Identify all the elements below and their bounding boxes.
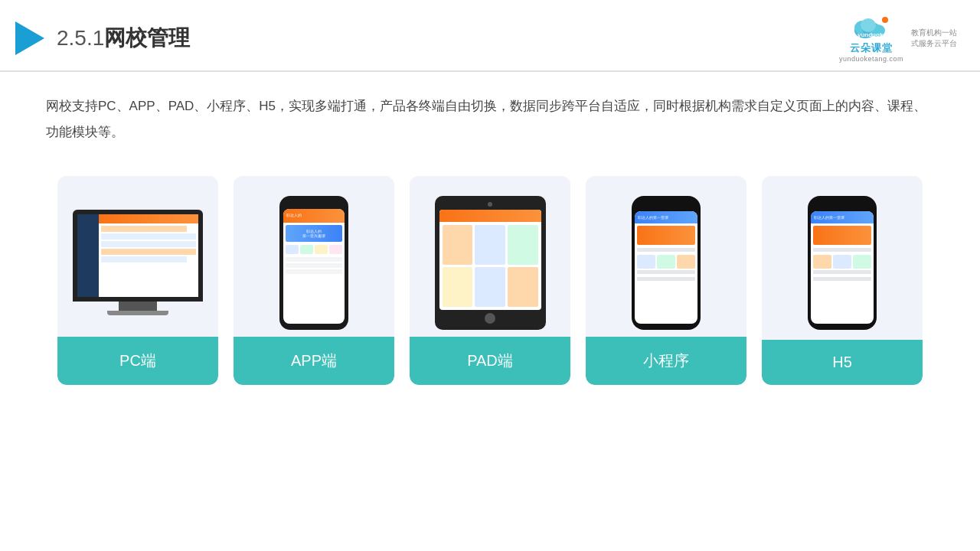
h5-card: [853, 255, 871, 269]
screen-content: [99, 223, 198, 297]
mini-card: [677, 255, 695, 269]
screen-row: [101, 241, 196, 247]
tablet-home-btn: [485, 313, 495, 324]
phone-header-text: 职达人的: [286, 214, 302, 217]
tablet-camera: [488, 202, 492, 207]
card-h5: 职达人的第一堂课 H5: [762, 176, 923, 385]
header-left: 2.5.1网校管理: [15, 21, 190, 55]
screen-row: [101, 256, 187, 262]
h5-screen-header: 职达人的第一堂课: [811, 211, 874, 223]
tablet-card: [508, 225, 538, 265]
screen-header-bar: [99, 214, 198, 223]
mini-row: [637, 270, 695, 274]
card-h5-image: 职达人的第一堂课: [762, 176, 923, 337]
mini-notch: [654, 203, 678, 207]
mini-screen-header: 职达人的第一堂课: [635, 211, 697, 223]
phone-notch: [303, 202, 325, 207]
logo-cloud: yunduoketang 云朵课堂 yunduoketang.com: [839, 14, 903, 63]
grid-item: [286, 245, 299, 254]
h5-cards: [813, 255, 871, 269]
mini-row: [637, 277, 695, 281]
svg-point-4: [861, 18, 876, 32]
h5-notch: [830, 203, 854, 207]
list-item: [286, 263, 342, 268]
cards-area: PC端 职达人的 职达人的第一堂兴趣课: [0, 153, 980, 408]
screen-row: [101, 249, 196, 255]
play-icon: [15, 21, 44, 55]
card-pc-label: PC端: [57, 337, 218, 385]
monitor-screen: [77, 214, 198, 297]
svg-text:yunduoketang: yunduoketang: [858, 31, 894, 38]
mini-cards: [637, 255, 695, 269]
tablet-card: [475, 225, 505, 265]
h5-row: [813, 277, 871, 281]
header: 2.5.1网校管理 yunduoketang 云朵课堂 yunduoketang…: [0, 0, 980, 72]
h5-row: [813, 270, 871, 274]
h5-card: [833, 255, 851, 269]
monitor-stand: [107, 311, 168, 315]
screen-row: [101, 233, 196, 240]
list-item: [286, 269, 342, 274]
screen-row: [101, 226, 187, 232]
phone-screen-header: 职达人的: [283, 209, 345, 223]
phone-screen: 职达人的 职达人的第一堂兴趣课: [283, 209, 345, 324]
grid-item: [329, 245, 342, 254]
mini-screen-content: [635, 223, 697, 285]
mini-card: [637, 255, 655, 269]
page-title: 2.5.1网校管理: [57, 24, 190, 53]
card-pc: PC端: [57, 176, 218, 385]
mini-phone-mockup: 职达人的第一堂课: [632, 196, 701, 330]
card-app-label: APP端: [234, 337, 394, 385]
h5-row: [813, 248, 871, 252]
h5-card: [813, 255, 831, 269]
phone-screen-content: 职达人的第一堂兴趣课: [283, 223, 345, 324]
logo-main-text: 云朵课堂: [850, 41, 893, 55]
card-mini-image: 职达人的第一堂课: [586, 176, 746, 337]
tablet-card: [443, 267, 473, 307]
screen-sidebar: [77, 214, 99, 297]
mini-card: [657, 255, 675, 269]
phone-banner-text: 职达人的第一堂兴趣课: [302, 229, 325, 238]
mini-notch-area: [635, 201, 697, 210]
description-text: 网校支持PC、APP、PAD、小程序、H5，实现多端打通，产品各终端自由切换，数…: [0, 72, 980, 153]
h5-screen-content: [811, 223, 874, 285]
mini-screen: 职达人的第一堂课: [635, 211, 697, 324]
tablet-mockup: [435, 196, 546, 330]
tablet-card: [508, 267, 538, 307]
screen-main: [99, 214, 198, 297]
list-item: [286, 257, 342, 262]
phone-banner: 职达人的第一堂兴趣课: [286, 225, 342, 242]
h5-banner: [813, 226, 871, 245]
pc-mockup: [73, 210, 203, 315]
monitor-base: [119, 302, 157, 311]
grid-item: [315, 245, 328, 254]
card-pad: PAD端: [410, 176, 570, 385]
tablet-screen: [439, 210, 541, 310]
card-pad-image: [410, 176, 570, 337]
logo-svg: yunduoketang: [848, 14, 894, 41]
h5-screen: 职达人的第一堂课: [811, 211, 874, 324]
card-app-image: 职达人的 职达人的第一堂兴趣课: [234, 176, 394, 337]
h5-notch-area: [811, 201, 874, 210]
tablet-screen-header: [439, 210, 541, 222]
logo-area: yunduoketang 云朵课堂 yunduoketang.com 教育机构一…: [839, 14, 957, 63]
tablet-screen-body: [439, 222, 541, 310]
card-pc-image: [57, 176, 218, 337]
phone-grid: [286, 245, 342, 254]
app-phone-mockup: 职达人的 职达人的第一堂兴趣课: [279, 196, 348, 330]
card-app: 职达人的 职达人的第一堂兴趣课: [234, 176, 394, 385]
card-pad-label: PAD端: [410, 337, 570, 385]
tablet-card: [443, 225, 473, 265]
card-h5-label: H5: [762, 340, 923, 385]
h5-phone-mockup: 职达人的第一堂课: [808, 196, 877, 330]
grid-item: [300, 245, 313, 254]
tablet-card: [475, 267, 505, 307]
mini-row: [637, 248, 695, 252]
card-mini: 职达人的第一堂课 小程序: [586, 176, 746, 385]
mini-banner: [637, 226, 695, 245]
monitor: [73, 210, 203, 302]
logo-sub-text: yunduoketang.com: [839, 55, 903, 63]
logo-tagline: 教育机构一站 式服务云平台: [911, 28, 957, 49]
svg-point-5: [882, 17, 888, 23]
card-mini-label: 小程序: [586, 337, 746, 385]
